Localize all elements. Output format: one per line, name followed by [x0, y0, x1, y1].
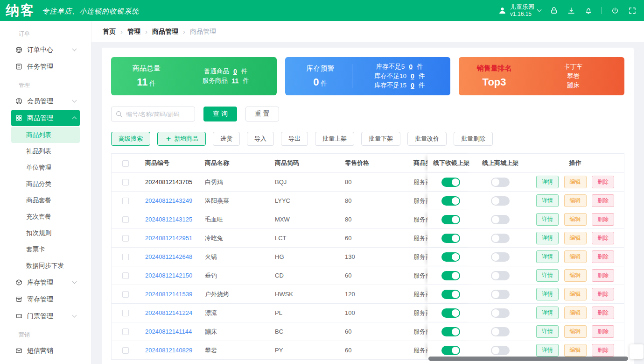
- add-product-button[interactable]: ＋新增商品: [157, 132, 206, 146]
- offline-shelf-toggle[interactable]: [441, 178, 460, 187]
- bell-icon[interactable]: [584, 7, 593, 15]
- breadcrumb-home[interactable]: 首页: [103, 28, 116, 36]
- online-shelf-toggle[interactable]: [491, 271, 510, 280]
- horizontal-scrollbar-thumb[interactable]: [428, 357, 628, 361]
- submenu-item[interactable]: 商品套餐: [11, 192, 80, 208]
- row-checkbox[interactable]: [122, 347, 129, 354]
- batch-reprice-button[interactable]: 批量改价: [407, 132, 447, 146]
- sidebar-item-inventory[interactable]: 库存管理: [11, 274, 80, 291]
- sidebar-item-ticket[interactable]: 门票管理: [11, 308, 80, 324]
- offline-shelf-toggle[interactable]: [441, 196, 460, 206]
- edit-button[interactable]: 编辑: [564, 307, 587, 319]
- product-code-link[interactable]: 20240812140829: [145, 347, 192, 354]
- detail-button[interactable]: 详情: [536, 194, 559, 207]
- delete-button[interactable]: 删除: [592, 344, 614, 357]
- export-button[interactable]: 导出: [281, 132, 308, 146]
- query-button[interactable]: 查 询: [203, 107, 237, 121]
- batch-off-shelf-button[interactable]: 批量下架: [361, 132, 400, 146]
- submenu-item[interactable]: 套票卡: [11, 241, 80, 257]
- online-shelf-toggle[interactable]: [491, 234, 510, 243]
- detail-button[interactable]: 详情: [536, 325, 559, 338]
- row-checkbox[interactable]: [122, 310, 129, 316]
- offline-shelf-toggle[interactable]: [441, 290, 460, 299]
- stat-line-value[interactable]: 0: [411, 72, 414, 80]
- detail-button[interactable]: 详情: [536, 250, 559, 263]
- row-checkbox[interactable]: [122, 216, 129, 223]
- sidebar-item-order-center[interactable]: 订单中心: [11, 42, 80, 58]
- online-shelf-toggle[interactable]: [491, 178, 510, 187]
- delete-button[interactable]: 删除: [592, 194, 614, 207]
- delete-button[interactable]: 删除: [592, 325, 614, 338]
- offline-shelf-toggle[interactable]: [441, 252, 460, 262]
- row-checkbox[interactable]: [122, 179, 129, 186]
- online-shelf-toggle[interactable]: [491, 327, 510, 336]
- account-menu[interactable]: 儿童乐园 v1.16.15: [498, 3, 541, 18]
- sidebar-item-wechat[interactable]: 微信营销: [11, 359, 80, 364]
- detail-button[interactable]: 详情: [536, 269, 559, 282]
- product-code-link[interactable]: 20240812143705: [145, 178, 192, 186]
- product-code-link[interactable]: 20240812142951: [145, 235, 192, 242]
- back-to-top-widget[interactable]: [630, 344, 644, 359]
- edit-button[interactable]: 编辑: [564, 213, 587, 226]
- delete-button[interactable]: 删除: [592, 250, 614, 263]
- breadcrumb-product-management[interactable]: 商品管理: [152, 28, 178, 36]
- submenu-item[interactable]: 商品列表: [11, 127, 80, 143]
- delete-button[interactable]: 删除: [592, 213, 614, 226]
- power-icon[interactable]: [611, 7, 619, 15]
- online-shelf-toggle[interactable]: [491, 290, 510, 299]
- detail-button[interactable]: 详情: [536, 307, 559, 319]
- sidebar-item-task[interactable]: 任务管理: [11, 58, 80, 75]
- purchase-button[interactable]: 进货: [213, 132, 240, 146]
- sidebar-item-sms[interactable]: 短信营销: [11, 343, 80, 359]
- stat-line-value[interactable]: 0: [409, 63, 413, 71]
- sidebar-item-product[interactable]: 商品管理: [11, 110, 80, 126]
- delete-button[interactable]: 删除: [592, 232, 614, 244]
- detail-button[interactable]: 详情: [536, 344, 559, 357]
- offline-shelf-toggle[interactable]: [441, 346, 460, 355]
- product-code-link[interactable]: 20240812141224: [145, 309, 192, 316]
- submenu-item[interactable]: 商品分类: [11, 176, 80, 192]
- batch-delete-button[interactable]: 批量删除: [454, 132, 493, 146]
- offline-shelf-toggle[interactable]: [441, 215, 460, 224]
- online-shelf-toggle[interactable]: [491, 308, 510, 318]
- sidebar-item-deposit[interactable]: 寄存管理: [11, 291, 80, 307]
- submenu-item[interactable]: 扣次规则: [11, 225, 80, 241]
- row-checkbox[interactable]: [122, 235, 129, 242]
- submenu-item[interactable]: 礼品列表: [11, 143, 80, 159]
- product-code-link[interactable]: 20240812141539: [145, 291, 192, 298]
- row-checkbox[interactable]: [122, 272, 129, 279]
- batch-on-shelf-button[interactable]: 批量上架: [315, 132, 354, 146]
- import-button[interactable]: 导入: [247, 132, 274, 146]
- stat-line-value[interactable]: 0: [411, 82, 414, 89]
- online-shelf-toggle[interactable]: [491, 252, 510, 262]
- detail-button[interactable]: 详情: [536, 232, 559, 244]
- edit-button[interactable]: 编辑: [564, 269, 587, 282]
- offline-shelf-toggle[interactable]: [441, 327, 460, 336]
- stat-line-value[interactable]: 11: [231, 77, 238, 85]
- product-code-link[interactable]: 20240812143249: [145, 197, 192, 204]
- download-icon[interactable]: [567, 7, 575, 15]
- breadcrumb-management[interactable]: 管理: [127, 28, 140, 36]
- delete-button[interactable]: 删除: [592, 288, 614, 300]
- edit-button[interactable]: 编辑: [564, 325, 587, 338]
- submenu-item[interactable]: 单位管理: [11, 159, 80, 176]
- edit-button[interactable]: 编辑: [564, 344, 587, 357]
- product-code-link[interactable]: 20240812141144: [145, 328, 192, 335]
- offline-shelf-toggle[interactable]: [441, 271, 460, 280]
- offline-shelf-toggle[interactable]: [441, 308, 460, 318]
- online-shelf-toggle[interactable]: [491, 215, 510, 224]
- lock-icon[interactable]: [550, 7, 558, 15]
- online-shelf-toggle[interactable]: [491, 196, 510, 206]
- row-checkbox[interactable]: [122, 254, 129, 260]
- stat-line-value[interactable]: 0: [233, 68, 237, 75]
- advanced-search-button[interactable]: 高级搜索: [111, 132, 150, 146]
- delete-button[interactable]: 删除: [592, 269, 614, 282]
- edit-button[interactable]: 编辑: [564, 194, 587, 207]
- detail-button[interactable]: 详情: [536, 213, 559, 226]
- submenu-item[interactable]: 数据同步下发: [11, 257, 80, 274]
- edit-button[interactable]: 编辑: [564, 288, 587, 300]
- product-code-link[interactable]: 20240812143125: [145, 216, 192, 223]
- delete-button[interactable]: 删除: [592, 307, 614, 319]
- reset-button[interactable]: 重 置: [245, 107, 279, 121]
- product-code-link[interactable]: 20240812142150: [145, 272, 192, 279]
